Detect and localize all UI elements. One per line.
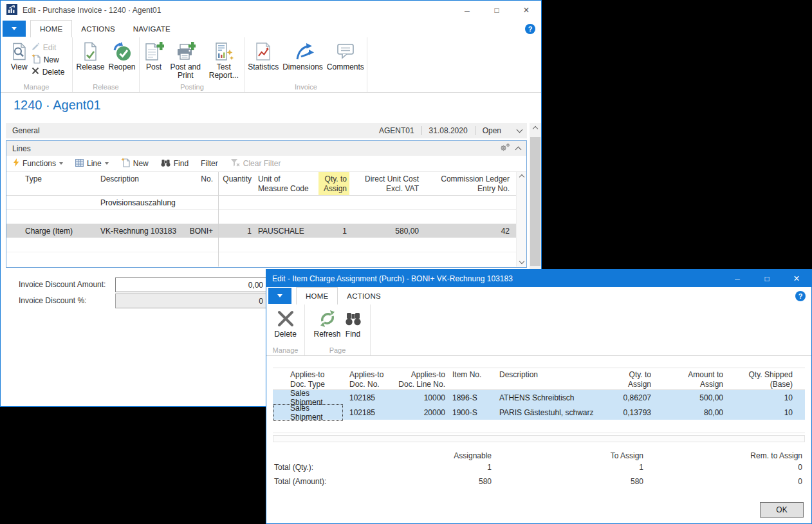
col-header-amount-to-assign[interactable]: Amount to Assign [656, 368, 728, 389]
scroll-up-button[interactable] [530, 123, 541, 134]
find-button[interactable]: Find [344, 306, 363, 340]
reopen-button[interactable]: Reopen [107, 39, 137, 73]
test-report-button[interactable]: Test Report... [205, 39, 242, 81]
invoice-discount-pct-label: Invoice Discount %: [19, 296, 86, 305]
table-row-selected[interactable]: Sales Shipment 102185 20000 1900-S PARIS… [273, 405, 805, 420]
close-button[interactable]: × [782, 270, 811, 287]
col-header-qty-shipped-base[interactable]: Qty. Shipped (Base) [728, 368, 805, 389]
ribbon-group-manage: View Edit New Delete Manage [1, 37, 73, 92]
table-row[interactable] [6, 252, 526, 267]
general-fasttab-header[interactable]: General AGENT01 31.08.2020 Open [6, 123, 527, 138]
delete-button[interactable]: Delete [32, 67, 65, 77]
frozen-column-divider [218, 172, 219, 267]
scrollbar-thumb[interactable] [530, 137, 540, 266]
find-button[interactable]: Find [161, 159, 189, 169]
horizontal-scrollbar-track[interactable] [273, 435, 805, 442]
view-button[interactable]: View [8, 39, 30, 73]
tab-home[interactable]: HOME [30, 20, 72, 37]
app-menu-button[interactable] [268, 288, 291, 304]
col-header-description[interactable]: Description [97, 172, 181, 195]
tab-actions[interactable]: ACTIONS [338, 287, 390, 304]
maximize-button[interactable]: □ [752, 270, 782, 287]
title-bar: Edit - Purchase Invoice - 1240 · Agent01… [1, 1, 541, 20]
table-row[interactable] [6, 210, 526, 224]
cell-item-no: 1896-S [450, 393, 498, 402]
statistics-button[interactable]: Statistics [246, 39, 280, 73]
col-header-applies-doc-no[interactable]: Applies-to Doc. No. [344, 368, 395, 389]
empty-grid-area[interactable] [273, 420, 805, 433]
chevron-up-icon[interactable] [515, 146, 522, 153]
edit-button[interactable]: Edit [32, 42, 65, 52]
cell-direct-unit-cost: 580,00 [349, 227, 421, 236]
col-header-no[interactable]: No. [181, 172, 218, 195]
tab-actions[interactable]: ACTIONS [72, 20, 124, 37]
close-button[interactable]: × [512, 1, 541, 20]
dimensions-button[interactable]: Dimensions [281, 39, 324, 73]
chevron-up-icon [519, 174, 524, 180]
table-row[interactable]: Provisionsauszahlung [6, 196, 526, 210]
grid-icon [75, 159, 84, 169]
release-button[interactable]: Release [75, 39, 106, 73]
col-header-quantity[interactable]: Quantity [218, 172, 254, 195]
col-header-direct-unit-cost[interactable]: Direct Unit Cost Excl. VAT [349, 172, 421, 195]
post-and-print-button[interactable]: Post and Print [167, 39, 204, 81]
window-title: Edit - Item Charge Assignment (Purch) - … [272, 274, 717, 283]
dropdown-triangle-icon [277, 294, 282, 297]
ribbon-tab-bar: HOME ACTIONS ? [266, 287, 811, 304]
clear-filter-button[interactable]: Clear Filter [230, 158, 281, 169]
cell-unit-of-measure: PAUSCHALE [254, 227, 318, 236]
lines-vertical-scrollbar[interactable] [516, 172, 526, 267]
help-icon[interactable]: ? [525, 24, 535, 34]
tab-home[interactable]: HOME [296, 287, 338, 304]
lines-fasttab-header[interactable]: Lines [6, 141, 526, 156]
statistics-chart-icon [254, 41, 273, 62]
refresh-icon [318, 308, 337, 330]
col-header-applies-doc-line-no[interactable]: Applies-to Doc. Line No. [395, 368, 450, 389]
col-header-description[interactable]: Description [498, 368, 616, 389]
col-header-qty-to-assign[interactable]: Qty. to Assign [616, 368, 656, 389]
new-line-button[interactable]: New [121, 158, 149, 169]
col-header-commission-ledger[interactable]: Commission Ledger Entry No. [421, 172, 516, 195]
new-button[interactable]: New [32, 55, 65, 64]
page-vertical-scrollbar[interactable] [530, 123, 541, 277]
gear-icon[interactable] [500, 143, 510, 154]
comments-button[interactable]: Comments [326, 39, 365, 73]
line-menu[interactable]: Line [75, 159, 109, 169]
window-title: Edit - Purchase Invoice - 1240 · Agent01 [23, 6, 447, 15]
app-menu-button[interactable] [3, 21, 26, 37]
table-row-selected[interactable]: Sales Shipment 102185 10000 1896-S ATHEN… [273, 390, 805, 405]
col-header-applies-doc-type[interactable]: Applies-to Doc. Type [273, 368, 344, 389]
tab-navigate[interactable]: NAVIGATE [124, 20, 180, 37]
minimize-button[interactable]: – [452, 1, 482, 20]
col-header-type[interactable]: Type [6, 172, 97, 195]
post-button[interactable]: Post [142, 39, 165, 73]
chevron-up-icon [533, 126, 538, 131]
ok-button[interactable]: OK [760, 502, 804, 518]
col-header-unit-of-measure[interactable]: Unit of Measure Code [254, 172, 318, 195]
table-row-selected[interactable]: Charge (Item) VK-Rechnung 103183 BONI+ 1… [6, 224, 526, 238]
cell-qty-to-assign: 0,86207 [616, 393, 656, 402]
cell-description: ATHENS Schreibtisch [498, 393, 616, 402]
comments-speech-bubble-icon [336, 41, 355, 62]
total-amount-rem: 0 [647, 477, 806, 486]
lines-toolbar: Functions Line New Find Filter Clear [6, 156, 526, 172]
assignment-grid-header: Applies-to Doc. Type Applies-to Doc. No.… [273, 368, 805, 390]
functions-menu[interactable]: Functions [13, 158, 63, 169]
binoculars-icon [345, 308, 362, 330]
lines-label: Lines [12, 144, 31, 153]
filter-button[interactable]: Filter [201, 159, 218, 168]
chevron-down-icon[interactable] [517, 127, 523, 133]
col-header-item-no[interactable]: Item No. [450, 368, 498, 389]
refresh-button[interactable]: Refresh [312, 306, 342, 340]
col-header-qty-to-assign[interactable]: Qty. to Assign [318, 172, 349, 195]
minimize-button[interactable]: – [723, 270, 752, 287]
ribbon-group-release: Release Reopen Release [73, 37, 140, 92]
cell-applies-doc-line-no: 20000 [395, 408, 450, 417]
delete-button[interactable]: Delete [273, 306, 298, 340]
table-row[interactable] [6, 238, 526, 252]
maximize-button[interactable]: □ [482, 1, 512, 20]
lines-grid-header: Type Description No. Quantity Unit of Me… [6, 172, 526, 196]
ribbon: Delete Manage Refresh Find Page [266, 304, 811, 356]
invoice-discount-amount-field[interactable] [115, 277, 267, 292]
help-icon[interactable]: ? [795, 291, 806, 301]
